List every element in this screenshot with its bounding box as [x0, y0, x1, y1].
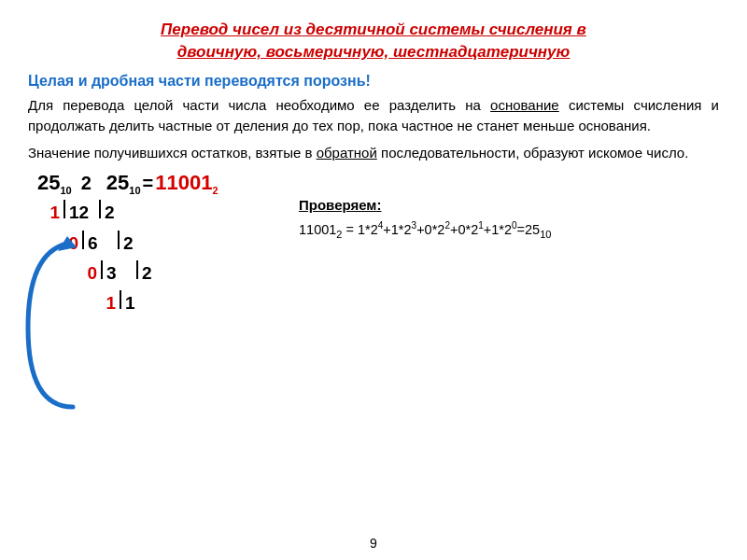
row1-quot: 12	[69, 198, 95, 228]
content-area: 2510 2 2510 = 110012 1 12 2	[28, 171, 719, 319]
p1-text: Для перевода целой части числа необходим…	[28, 97, 490, 113]
row4-rem: 1	[93, 288, 116, 318]
row3-vline2	[136, 260, 138, 279]
calc-row-1: 1 12 2	[37, 198, 152, 228]
row4-quot: 1	[125, 288, 151, 318]
page-number: 9	[370, 536, 377, 551]
p2-underline: обратной	[317, 145, 377, 161]
check-section: Проверяем: 110012 = 1*24+1*23+0*22+0*21+…	[280, 171, 719, 319]
slide: Перевод чисел из десятичной системы счис…	[0, 0, 747, 560]
subtitle: Целая и дробная части переводятся порозн…	[28, 73, 719, 90]
row3-base: 2	[142, 259, 152, 288]
check-num-sub: 2	[336, 229, 342, 240]
calc-result-base: 2	[212, 185, 218, 196]
p2-pre: Значение получившихся остатков, взятые в	[28, 145, 317, 161]
calc-number: 2510	[37, 171, 72, 196]
p1-underline: основание	[490, 97, 559, 113]
check-formula: 110012 = 1*24+1*23+0*22+0*21+1*20=2510	[299, 218, 719, 243]
title-line1: Перевод чисел из десятичной системы счис…	[161, 21, 586, 38]
calc-equals: =	[143, 173, 154, 194]
check-num: 110012	[299, 222, 342, 237]
check-eq: = 1*24+1*23+0*22+0*21+1*20=2510	[345, 222, 551, 237]
row3-quot: 3	[106, 259, 133, 288]
calc-result-label: 2510	[93, 171, 141, 196]
row2-vline2	[118, 231, 120, 249]
row2-quot: 6	[88, 229, 114, 259]
calc-divisor: 2	[74, 173, 92, 194]
row1-vline	[63, 200, 65, 218]
paragraph2: Значение получившихся остатков, взятые в…	[28, 143, 719, 164]
slide-title: Перевод чисел из десятичной системы счис…	[28, 19, 719, 63]
row1-rem: 1	[37, 198, 60, 228]
p2-rest: последовательности, образуют искомое чис…	[377, 145, 689, 161]
row4-vline	[120, 290, 121, 309]
calc-number-sub: 10	[60, 185, 71, 196]
paragraph1: Для перевода целой части числа необходим…	[28, 95, 719, 137]
arrow-svg	[19, 234, 84, 416]
row2-base: 2	[123, 229, 134, 259]
calculation-section: 2510 2 2510 = 110012 1 12 2	[28, 171, 271, 319]
title-line2: двоичную, восьмеричную, шестнадцатеричну…	[177, 43, 571, 61]
calc-result-value: 110012	[155, 171, 218, 196]
row1-base: 2	[105, 198, 115, 228]
calc-header-row: 2510 2 2510 = 110012	[37, 171, 271, 196]
check-label: Проверяем:	[299, 197, 719, 213]
row1-vline2	[99, 200, 101, 218]
calc-result-sub: 10	[129, 185, 140, 196]
row3-vline	[101, 260, 103, 279]
